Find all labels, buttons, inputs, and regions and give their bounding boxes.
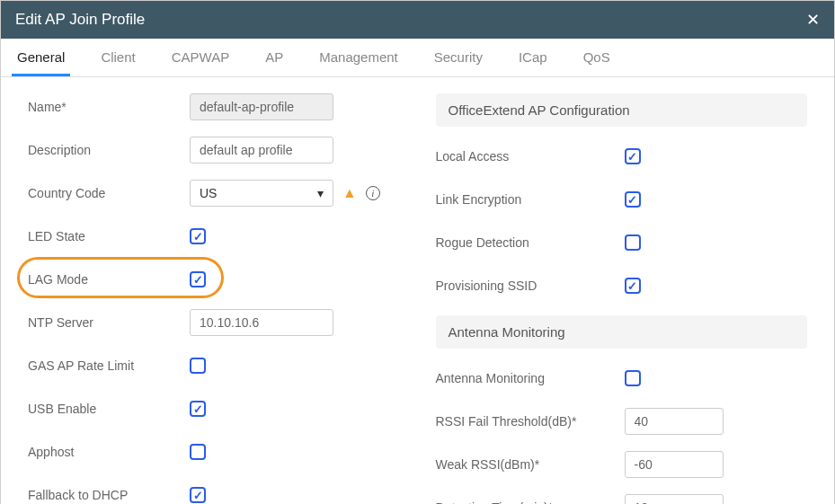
tab-general[interactable]: General	[12, 39, 70, 76]
weak-rssi-label: Weak RSSI(dBm)*	[436, 457, 625, 472]
name-label: Name*	[28, 100, 190, 114]
modal-header: Edit AP Join Profile ✕	[1, 1, 834, 39]
country-code-select[interactable]: US ▾	[190, 180, 333, 207]
usb-enable-label: USB Enable	[28, 402, 190, 416]
weak-rssi-input[interactable]	[625, 451, 724, 478]
ntp-server-input[interactable]	[190, 309, 333, 336]
officeextend-section-header: OfficeExtend AP Configuration	[436, 93, 808, 127]
gas-rate-limit-label: GAS AP Rate Limit	[28, 358, 190, 373]
ntp-server-label: NTP Server	[28, 315, 190, 330]
country-code-value: US	[200, 186, 217, 200]
tab-ap[interactable]: AP	[260, 39, 289, 76]
rssi-fail-threshold-label: RSSI Fail Threshold(dB)*	[436, 414, 625, 429]
rssi-fail-threshold-input[interactable]	[625, 408, 724, 435]
chevron-down-icon: ▾	[317, 186, 324, 200]
led-state-checkbox[interactable]	[190, 228, 206, 244]
tab-security[interactable]: Security	[429, 39, 488, 76]
close-icon[interactable]: ✕	[806, 10, 820, 30]
local-access-checkbox[interactable]	[625, 148, 641, 164]
antenna-monitoring-checkbox[interactable]	[625, 370, 641, 386]
detection-time-label: Detection Time(min)*	[436, 500, 625, 504]
antenna-monitoring-label: Antenna Monitoring	[436, 371, 625, 385]
provisioning-ssid-label: Provisioning SSID	[436, 279, 625, 293]
edit-ap-join-profile-modal: Edit AP Join Profile ✕ General Client CA…	[0, 0, 835, 504]
usb-enable-checkbox[interactable]	[190, 401, 206, 417]
rogue-detection-label: Rogue Detection	[436, 235, 625, 250]
apphost-label: Apphost	[28, 445, 190, 459]
right-column: OfficeExtend AP Configuration Local Acce…	[436, 93, 808, 504]
name-input[interactable]	[190, 93, 333, 120]
gas-rate-limit-checkbox[interactable]	[190, 358, 206, 374]
tabs: General Client CAPWAP AP Management Secu…	[1, 39, 834, 77]
description-input[interactable]	[190, 137, 333, 164]
link-encryption-checkbox[interactable]	[625, 191, 641, 208]
modal-title: Edit AP Join Profile	[15, 11, 145, 29]
lag-mode-label: LAG Mode	[28, 272, 190, 287]
fallback-dhcp-checkbox[interactable]	[190, 487, 206, 503]
tab-client[interactable]: Client	[95, 39, 140, 76]
tab-management[interactable]: Management	[314, 39, 404, 76]
tab-qos[interactable]: QoS	[578, 39, 616, 76]
description-label: Description	[28, 143, 190, 157]
provisioning-ssid-checkbox[interactable]	[625, 278, 641, 294]
rogue-detection-checkbox[interactable]	[625, 234, 641, 251]
tab-icap[interactable]: ICap	[513, 39, 553, 76]
antenna-monitoring-section-header: Antenna Monitoring	[436, 315, 808, 349]
apphost-checkbox[interactable]	[190, 444, 206, 460]
led-state-label: LED State	[28, 229, 190, 243]
detection-time-input[interactable]	[625, 494, 724, 504]
link-encryption-label: Link Encryption	[436, 192, 625, 207]
local-access-label: Local Access	[436, 149, 625, 164]
modal-body: Name* Description Country Code US ▾	[1, 77, 834, 504]
lag-mode-checkbox[interactable]	[190, 271, 206, 287]
warning-icon: ▲	[342, 185, 357, 201]
info-icon[interactable]: i	[366, 186, 380, 200]
country-code-label: Country Code	[28, 186, 190, 200]
tab-capwap[interactable]: CAPWAP	[166, 39, 235, 76]
fallback-dhcp-label: Fallback to DHCP	[28, 488, 190, 502]
left-column: Name* Description Country Code US ▾	[28, 93, 400, 504]
